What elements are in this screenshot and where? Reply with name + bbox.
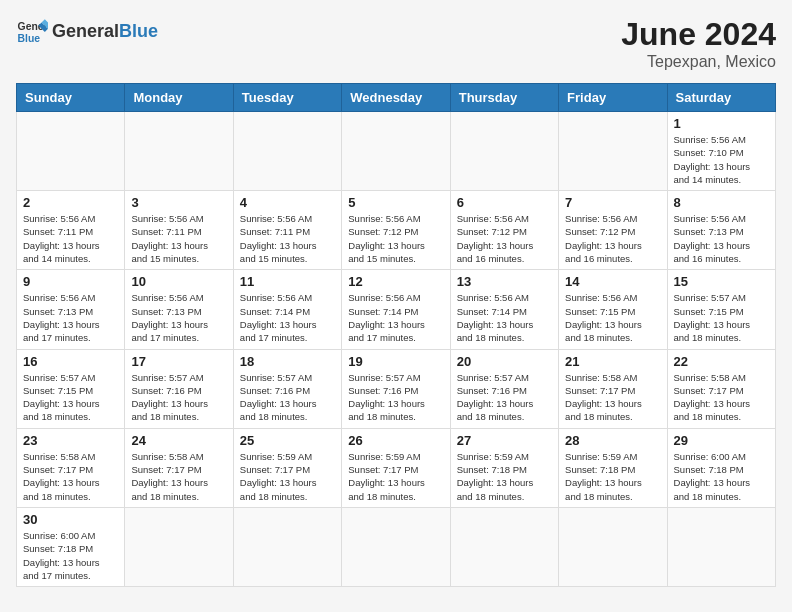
calendar-cell-24: 18Sunrise: 5:57 AM Sunset: 7:16 PM Dayli…: [233, 349, 341, 428]
day-info: Sunrise: 5:56 AM Sunset: 7:14 PM Dayligh…: [348, 291, 443, 344]
day-info: Sunrise: 5:56 AM Sunset: 7:14 PM Dayligh…: [240, 291, 335, 344]
calendar-cell-empty: [342, 507, 450, 586]
day-info: Sunrise: 5:56 AM Sunset: 7:13 PM Dayligh…: [23, 291, 118, 344]
calendar-cell-1: [17, 112, 125, 191]
calendar-cell-7: 1Sunrise: 5:56 AM Sunset: 7:10 PM Daylig…: [667, 112, 775, 191]
day-info: Sunrise: 5:56 AM Sunset: 7:11 PM Dayligh…: [240, 212, 335, 265]
calendar-cell-22: 16Sunrise: 5:57 AM Sunset: 7:15 PM Dayli…: [17, 349, 125, 428]
day-number: 21: [565, 354, 660, 369]
day-info: Sunrise: 5:56 AM Sunset: 7:11 PM Dayligh…: [131, 212, 226, 265]
calendar-cell-17: 11Sunrise: 5:56 AM Sunset: 7:14 PM Dayli…: [233, 270, 341, 349]
day-number: 14: [565, 274, 660, 289]
day-number: 4: [240, 195, 335, 210]
day-info: Sunrise: 5:56 AM Sunset: 7:14 PM Dayligh…: [457, 291, 552, 344]
calendar-cell-12: 6Sunrise: 5:56 AM Sunset: 7:12 PM Daylig…: [450, 191, 558, 270]
weekday-header-friday: Friday: [559, 84, 667, 112]
logo: General Blue GeneralBlue: [16, 16, 158, 48]
calendar-cell-33: 27Sunrise: 5:59 AM Sunset: 7:18 PM Dayli…: [450, 428, 558, 507]
day-number: 11: [240, 274, 335, 289]
day-number: 29: [674, 433, 769, 448]
calendar-cell-21: 15Sunrise: 5:57 AM Sunset: 7:15 PM Dayli…: [667, 270, 775, 349]
day-info: Sunrise: 6:00 AM Sunset: 7:18 PM Dayligh…: [23, 529, 118, 582]
calendar-cell-empty: [667, 507, 775, 586]
day-info: Sunrise: 5:58 AM Sunset: 7:17 PM Dayligh…: [565, 371, 660, 424]
day-number: 24: [131, 433, 226, 448]
day-number: 20: [457, 354, 552, 369]
calendar-cell-empty: [450, 507, 558, 586]
day-number: 23: [23, 433, 118, 448]
calendar-cell-11: 5Sunrise: 5:56 AM Sunset: 7:12 PM Daylig…: [342, 191, 450, 270]
weekday-header-monday: Monday: [125, 84, 233, 112]
calendar-cell-23: 17Sunrise: 5:57 AM Sunset: 7:16 PM Dayli…: [125, 349, 233, 428]
day-number: 7: [565, 195, 660, 210]
day-info: Sunrise: 5:56 AM Sunset: 7:12 PM Dayligh…: [565, 212, 660, 265]
day-info: Sunrise: 5:59 AM Sunset: 7:17 PM Dayligh…: [348, 450, 443, 503]
day-info: Sunrise: 5:56 AM Sunset: 7:11 PM Dayligh…: [23, 212, 118, 265]
calendar-cell-empty: [233, 507, 341, 586]
month-year-title: June 2024: [621, 16, 776, 53]
calendar-cell-3: [233, 112, 341, 191]
day-number: 22: [674, 354, 769, 369]
day-info: Sunrise: 5:59 AM Sunset: 7:18 PM Dayligh…: [457, 450, 552, 503]
day-info: Sunrise: 5:56 AM Sunset: 7:12 PM Dayligh…: [457, 212, 552, 265]
calendar-cell-35: 29Sunrise: 6:00 AM Sunset: 7:18 PM Dayli…: [667, 428, 775, 507]
day-number: 12: [348, 274, 443, 289]
day-info: Sunrise: 5:56 AM Sunset: 7:10 PM Dayligh…: [674, 133, 769, 186]
day-number: 27: [457, 433, 552, 448]
day-info: Sunrise: 5:56 AM Sunset: 7:12 PM Dayligh…: [348, 212, 443, 265]
day-number: 8: [674, 195, 769, 210]
day-number: 28: [565, 433, 660, 448]
day-info: Sunrise: 5:59 AM Sunset: 7:18 PM Dayligh…: [565, 450, 660, 503]
day-info: Sunrise: 5:56 AM Sunset: 7:13 PM Dayligh…: [131, 291, 226, 344]
calendar-cell-34: 28Sunrise: 5:59 AM Sunset: 7:18 PM Dayli…: [559, 428, 667, 507]
calendar-row-2: 2Sunrise: 5:56 AM Sunset: 7:11 PM Daylig…: [17, 191, 776, 270]
day-number: 9: [23, 274, 118, 289]
calendar-cell-28: 22Sunrise: 5:58 AM Sunset: 7:17 PM Dayli…: [667, 349, 775, 428]
day-info: Sunrise: 5:57 AM Sunset: 7:15 PM Dayligh…: [23, 371, 118, 424]
calendar-cell-5: [450, 112, 558, 191]
day-number: 1: [674, 116, 769, 131]
calendar-row-5: 23Sunrise: 5:58 AM Sunset: 7:17 PM Dayli…: [17, 428, 776, 507]
day-number: 17: [131, 354, 226, 369]
calendar-cell-36: 30Sunrise: 6:00 AM Sunset: 7:18 PM Dayli…: [17, 507, 125, 586]
calendar-cell-29: 23Sunrise: 5:58 AM Sunset: 7:17 PM Dayli…: [17, 428, 125, 507]
day-number: 26: [348, 433, 443, 448]
calendar-cell-15: 9Sunrise: 5:56 AM Sunset: 7:13 PM Daylig…: [17, 270, 125, 349]
calendar-table: SundayMondayTuesdayWednesdayThursdayFrid…: [16, 83, 776, 587]
weekday-header-saturday: Saturday: [667, 84, 775, 112]
calendar-row-1: 1Sunrise: 5:56 AM Sunset: 7:10 PM Daylig…: [17, 112, 776, 191]
day-info: Sunrise: 5:57 AM Sunset: 7:16 PM Dayligh…: [240, 371, 335, 424]
day-info: Sunrise: 5:57 AM Sunset: 7:15 PM Dayligh…: [674, 291, 769, 344]
calendar-cell-19: 13Sunrise: 5:56 AM Sunset: 7:14 PM Dayli…: [450, 270, 558, 349]
calendar-cell-32: 26Sunrise: 5:59 AM Sunset: 7:17 PM Dayli…: [342, 428, 450, 507]
calendar-row-6: 30Sunrise: 6:00 AM Sunset: 7:18 PM Dayli…: [17, 507, 776, 586]
svg-text:Blue: Blue: [18, 33, 41, 44]
calendar-cell-9: 3Sunrise: 5:56 AM Sunset: 7:11 PM Daylig…: [125, 191, 233, 270]
day-number: 18: [240, 354, 335, 369]
weekday-header-row: SundayMondayTuesdayWednesdayThursdayFrid…: [17, 84, 776, 112]
calendar-cell-27: 21Sunrise: 5:58 AM Sunset: 7:17 PM Dayli…: [559, 349, 667, 428]
day-info: Sunrise: 6:00 AM Sunset: 7:18 PM Dayligh…: [674, 450, 769, 503]
weekday-header-wednesday: Wednesday: [342, 84, 450, 112]
calendar-cell-16: 10Sunrise: 5:56 AM Sunset: 7:13 PM Dayli…: [125, 270, 233, 349]
calendar-cell-14: 8Sunrise: 5:56 AM Sunset: 7:13 PM Daylig…: [667, 191, 775, 270]
calendar-cell-26: 20Sunrise: 5:57 AM Sunset: 7:16 PM Dayli…: [450, 349, 558, 428]
day-info: Sunrise: 5:58 AM Sunset: 7:17 PM Dayligh…: [131, 450, 226, 503]
day-info: Sunrise: 5:56 AM Sunset: 7:15 PM Dayligh…: [565, 291, 660, 344]
day-info: Sunrise: 5:59 AM Sunset: 7:17 PM Dayligh…: [240, 450, 335, 503]
location-title: Tepexpan, Mexico: [621, 53, 776, 71]
day-info: Sunrise: 5:58 AM Sunset: 7:17 PM Dayligh…: [674, 371, 769, 424]
day-info: Sunrise: 5:56 AM Sunset: 7:13 PM Dayligh…: [674, 212, 769, 265]
calendar-cell-30: 24Sunrise: 5:58 AM Sunset: 7:17 PM Dayli…: [125, 428, 233, 507]
day-info: Sunrise: 5:57 AM Sunset: 7:16 PM Dayligh…: [348, 371, 443, 424]
calendar-cell-4: [342, 112, 450, 191]
calendar-cell-6: [559, 112, 667, 191]
calendar-cell-empty: [559, 507, 667, 586]
calendar-cell-13: 7Sunrise: 5:56 AM Sunset: 7:12 PM Daylig…: [559, 191, 667, 270]
day-info: Sunrise: 5:57 AM Sunset: 7:16 PM Dayligh…: [131, 371, 226, 424]
day-number: 19: [348, 354, 443, 369]
weekday-header-sunday: Sunday: [17, 84, 125, 112]
logo-text: GeneralBlue: [52, 22, 158, 42]
page-header: General Blue GeneralBlue June 2024 Tepex…: [16, 16, 776, 71]
day-number: 2: [23, 195, 118, 210]
